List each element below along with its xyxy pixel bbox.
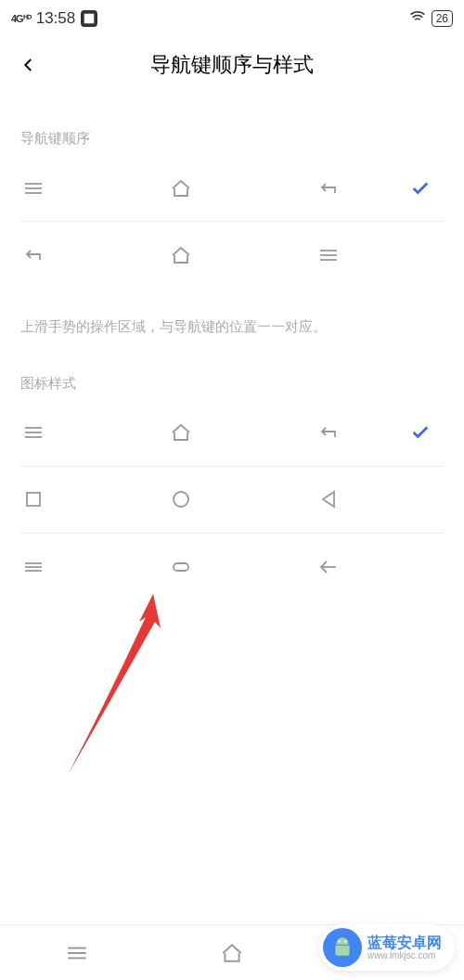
status-left: 4Gᴴᴰ 13:58	[11, 9, 97, 28]
nav-order-option-2[interactable]	[20, 222, 444, 289]
back-button[interactable]	[15, 51, 43, 79]
svg-rect-9	[27, 493, 40, 506]
home-icon	[168, 419, 194, 445]
back-nav-icon	[316, 419, 342, 445]
battery-indicator: 26	[432, 10, 453, 27]
arrow-left-icon	[316, 554, 342, 580]
menu-icon	[20, 419, 46, 445]
svg-point-20	[344, 940, 346, 942]
home-button[interactable]	[219, 940, 245, 966]
lines-icon	[20, 554, 46, 580]
order-section-label: 导航键顺序	[20, 130, 444, 148]
watermark-title: 蓝莓安卓网	[367, 935, 442, 951]
home-icon	[168, 175, 194, 201]
signal-indicator: 4Gᴴᴰ	[11, 13, 31, 25]
watermark: 蓝莓安卓网 www.lmkjsc.com	[319, 924, 455, 971]
home-icon	[168, 242, 194, 268]
icon-style-option-1[interactable]	[20, 400, 444, 467]
status-right: 26	[409, 8, 453, 29]
circle-icon	[168, 486, 194, 512]
menu-icon	[20, 175, 46, 201]
description-text: 上滑手势的操作区域，与导航键的位置一一对应。	[20, 316, 444, 338]
notification-icon	[81, 10, 97, 27]
watermark-url: www.lmkjsc.com	[367, 950, 442, 961]
back-nav-icon	[20, 242, 46, 268]
svg-point-19	[339, 940, 341, 942]
selected-check-icon	[397, 178, 444, 199]
page-title: 导航键顺序与样式	[150, 51, 314, 79]
square-icon	[20, 486, 46, 512]
menu-button[interactable]	[64, 940, 90, 966]
pill-icon	[168, 554, 194, 580]
nav-order-option-1[interactable]	[20, 155, 444, 222]
selected-check-icon	[397, 422, 444, 443]
content: 导航键顺序	[0, 130, 464, 600]
icon-style-option-2[interactable]	[20, 467, 444, 534]
wifi-icon	[409, 8, 426, 29]
menu-icon	[316, 242, 342, 268]
style-section-label: 图标样式	[20, 375, 444, 393]
annotation-arrow	[60, 589, 172, 788]
triangle-back-icon	[316, 486, 342, 512]
svg-point-10	[174, 492, 188, 507]
back-nav-icon	[316, 175, 342, 201]
svg-rect-14	[174, 563, 188, 571]
time: 13:58	[36, 9, 76, 28]
watermark-logo-icon	[323, 928, 362, 967]
status-bar: 4Gᴴᴰ 13:58 26	[0, 0, 464, 37]
header: 导航键顺序与样式	[0, 37, 464, 93]
icon-style-option-3[interactable]	[20, 534, 444, 600]
